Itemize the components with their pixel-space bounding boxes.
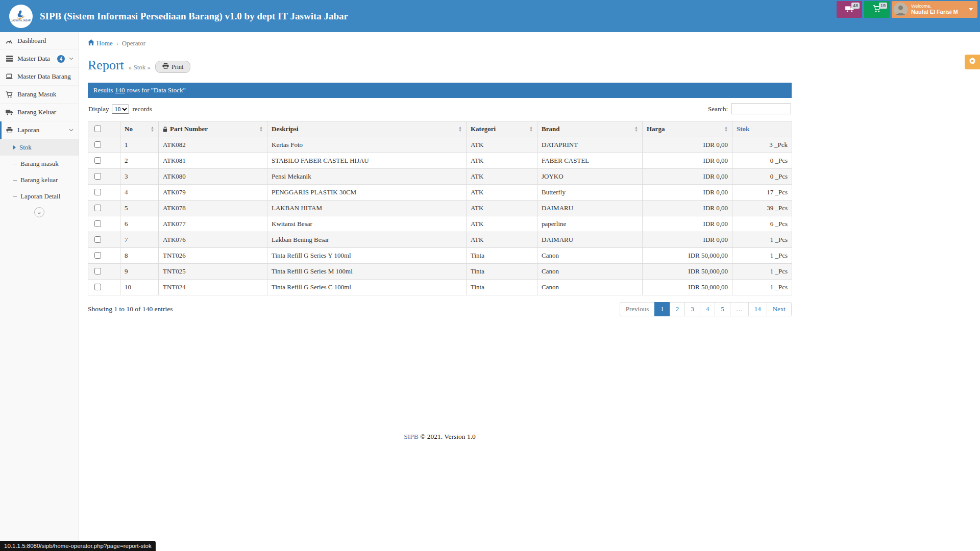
column-header-harga[interactable]: Harga — [643, 121, 732, 137]
master-data-count-badge: 4 — [57, 55, 65, 63]
avatar — [894, 3, 908, 16]
table-row: 7ATK076Lakban Bening BesarATKDAIMARUIDR … — [88, 232, 792, 248]
cell-stok: 1 _Pcs — [732, 280, 792, 295]
results-prefix: Results — [93, 86, 113, 94]
cell-stok: 17 _Pcs — [732, 185, 792, 201]
row-checkbox-cell — [88, 153, 120, 169]
page-button-14[interactable]: 14 — [748, 302, 767, 316]
sort-icon — [259, 126, 263, 132]
cell-no: 3 — [120, 169, 159, 185]
cell-stok: 1 _Pcs — [732, 248, 792, 264]
showing-entries-text: Showing 1 to 10 of 140 entries — [88, 305, 173, 313]
table-row: 4ATK079PENGGARIS PLASTIK 30CMATKButterfl… — [88, 185, 792, 201]
records-per-page-select[interactable]: 10 — [112, 105, 129, 114]
column-header-brand[interactable]: Brand — [537, 121, 643, 137]
sidebar-item-dashboard[interactable]: Dashboard — [0, 32, 79, 50]
laptop-icon — [5, 73, 13, 80]
cell-brand: paperline — [537, 216, 643, 232]
cell-kategori: ATK — [467, 216, 537, 232]
cell-brand: FABER CASTEL — [537, 153, 643, 169]
row-checkbox[interactable] — [94, 252, 101, 259]
sidebar-item-barang-masuk[interactable]: Barang Masuk — [0, 86, 79, 104]
cell-part-number: ATK076 — [159, 232, 267, 248]
sidebar-divider: « — [0, 212, 79, 212]
column-header-no[interactable]: No — [120, 121, 159, 137]
search-input[interactable] — [731, 104, 791, 114]
cell-stok: 1 _Pcs — [732, 264, 792, 280]
row-checkbox[interactable] — [94, 268, 101, 274]
row-checkbox[interactable] — [94, 173, 101, 180]
cell-deskripsi: Lakban Bening Besar — [267, 232, 467, 248]
records-label: records — [132, 105, 152, 113]
footer-brand-link[interactable]: SIPB — [404, 433, 419, 440]
printer-icon — [162, 63, 169, 71]
column-header-stok[interactable]: Stok — [732, 121, 792, 137]
collapse-sidebar-button[interactable]: « — [34, 207, 44, 217]
cell-kategori: ATK — [467, 153, 537, 169]
row-checkbox[interactable] — [94, 205, 101, 211]
user-menu[interactable]: Welcome, Naufal El Farisi M — [892, 1, 977, 18]
sidebar-item-master-data-barang[interactable]: Master Data Barang — [0, 68, 79, 86]
sidebar-item-label: Dashboard — [17, 37, 46, 45]
page-button-1[interactable]: 1 — [654, 302, 670, 316]
cell-deskripsi: LAKBAN HITAM — [267, 201, 467, 216]
row-checkbox[interactable] — [94, 284, 101, 290]
cell-stok: 39 _Pcs — [732, 201, 792, 216]
sidebar-item-label: Barang Keluar — [17, 108, 56, 116]
table-header-row: No Part Number Deskripsi — [88, 121, 792, 137]
display-label: Display — [88, 105, 109, 113]
cell-stok: 3 _Pck — [732, 137, 792, 153]
sidebar-item-barang-keluar[interactable]: Barang Keluar — [0, 104, 79, 121]
welcome-text: Welcome, — [911, 4, 958, 9]
cart-icon — [5, 91, 13, 98]
cell-deskripsi: PENGGARIS PLASTIK 30CM — [267, 185, 467, 201]
cell-stok: 6 _Pcs — [732, 216, 792, 232]
cell-harga: IDR 0,00 — [643, 232, 732, 248]
submenu-item-stok[interactable]: Stok — [0, 139, 79, 156]
cell-brand: DATAPRINT — [537, 137, 643, 153]
breadcrumb: Home › Operator — [88, 38, 792, 51]
page-button-ellipsis[interactable]: … — [730, 302, 749, 316]
column-header-deskripsi[interactable]: Deskripsi — [267, 121, 467, 137]
submenu-item-barang-masuk[interactable]: Barang masuk — [0, 156, 79, 172]
page-button-next[interactable]: Next — [767, 302, 792, 316]
cell-no: 5 — [120, 201, 159, 216]
submenu-item-laporan-detail[interactable]: Laporan Detail — [0, 188, 79, 205]
row-checkbox[interactable] — [94, 220, 101, 227]
cell-brand: Canon — [537, 248, 643, 264]
page-subtitle: » Stok » — [129, 63, 151, 71]
dash-icon — [13, 180, 17, 181]
page-button-4[interactable]: 4 — [700, 302, 716, 316]
page-button-5[interactable]: 5 — [715, 302, 730, 316]
breadcrumb-separator: › — [116, 40, 118, 47]
cell-no: 9 — [120, 264, 159, 280]
table-row: 10TNT024Tinta Refill G Series C 100mlTin… — [88, 280, 792, 295]
select-all-checkbox[interactable] — [94, 126, 101, 132]
column-header-kategori[interactable]: Kategori — [467, 121, 537, 137]
breadcrumb-home-label: Home — [96, 39, 113, 47]
row-checkbox[interactable] — [94, 236, 101, 243]
row-checkbox[interactable] — [94, 157, 101, 164]
cell-brand: Butterfly — [537, 185, 643, 201]
page-button-previous[interactable]: Previous — [620, 302, 655, 316]
column-header-part-number[interactable]: Part Number — [159, 121, 267, 137]
submenu-item-barang-keluar[interactable]: Barang keluar — [0, 172, 79, 188]
settings-gear-button[interactable] — [965, 55, 980, 69]
page-button-3[interactable]: 3 — [684, 302, 700, 316]
cell-kategori: ATK — [467, 201, 537, 216]
row-checkbox-cell — [88, 248, 120, 264]
sidebar-item-laporan[interactable]: Laporan — [0, 121, 79, 139]
outgoing-goods-button[interactable]: 48 — [837, 1, 862, 18]
cell-harga: IDR 0,00 — [643, 185, 732, 201]
print-button[interactable]: Print — [155, 61, 190, 73]
cell-no: 10 — [120, 280, 159, 295]
cell-brand: JOYKO — [537, 169, 643, 185]
breadcrumb-home-link[interactable]: Home — [88, 39, 113, 47]
row-checkbox[interactable] — [94, 141, 101, 148]
submenu-item-label: Barang keluar — [20, 176, 58, 184]
page-button-2[interactable]: 2 — [670, 302, 685, 316]
table-row: 3ATK080Pensi MekanikATKJOYKOIDR 0,000 _P… — [88, 169, 792, 185]
sidebar-item-master-data[interactable]: Master Data 4 — [0, 50, 79, 68]
row-checkbox[interactable] — [94, 189, 101, 195]
incoming-goods-button[interactable]: 19 — [864, 1, 890, 18]
